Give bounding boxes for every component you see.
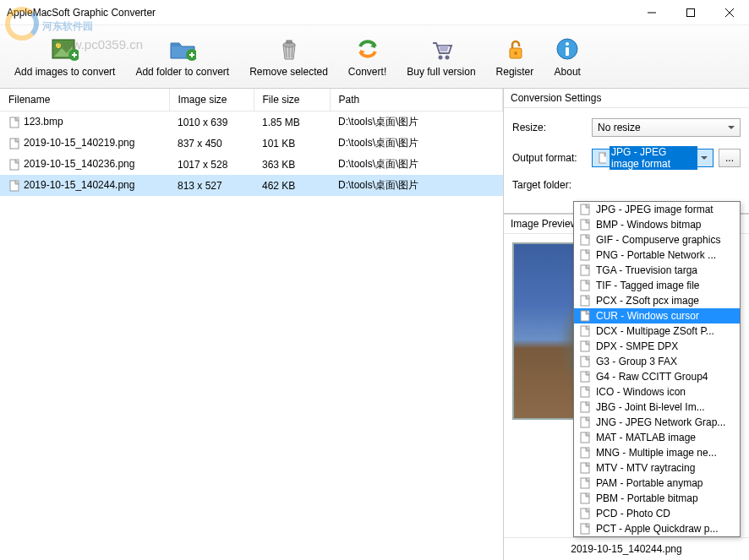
convert-icon <box>354 35 381 63</box>
col-filename[interactable]: Filename <box>0 89 169 111</box>
dropdown-item[interactable]: BMP - Windows bitmap <box>574 217 740 232</box>
convert-label: Convert! <box>348 66 386 78</box>
add-images-label: Add images to convert <box>14 66 115 78</box>
dropdown-item[interactable]: MNG - Multiple image ne... <box>574 445 740 460</box>
col-image-size[interactable]: Image size <box>169 89 254 111</box>
svg-rect-13 <box>287 41 292 43</box>
dropdown-item[interactable]: PAM - Portable anymap <box>574 476 740 491</box>
dropdown-item[interactable]: PNG - Portable Network ... <box>574 247 740 263</box>
remove-selected-label: Remove selected <box>249 66 328 78</box>
svg-point-17 <box>438 56 442 60</box>
col-file-size[interactable]: File size <box>254 89 330 111</box>
dropdown-item[interactable]: CUR - Windows cursor <box>574 308 740 323</box>
add-images-button[interactable]: Add images to convert <box>7 29 123 84</box>
minimize-button[interactable] <box>632 0 671 25</box>
resize-label: Resize: <box>512 122 587 133</box>
conversion-settings-panel: Conversion Settings Resize: No resize Ou… <box>504 89 749 214</box>
buy-button[interactable]: Buy full version <box>399 29 483 84</box>
svg-rect-1 <box>687 8 695 16</box>
buy-label: Buy full version <box>407 66 475 78</box>
dropdown-item[interactable]: GIF - Compuserve graphics <box>574 232 740 247</box>
svg-point-20 <box>514 52 517 55</box>
cart-icon <box>428 35 455 63</box>
svg-point-5 <box>56 43 61 48</box>
table-row[interactable]: 2019-10-15_140219.png837 x 450101 KBD:\t… <box>0 133 503 154</box>
svg-rect-23 <box>566 47 569 56</box>
preview-caption: 2019-10-15_140244.png <box>504 537 749 560</box>
table-row[interactable]: 2019-10-15_140244.png813 x 527462 KBD:\t… <box>0 175 503 196</box>
add-folder-icon <box>169 35 196 63</box>
about-label: About <box>555 66 581 78</box>
dropdown-item[interactable]: DPX - SMPE DPX <box>574 339 740 354</box>
output-format-select[interactable]: JPG - JPEG image format <box>592 149 713 167</box>
svg-rect-11 <box>191 52 193 57</box>
dropdown-item[interactable]: JPG - JPEG image format <box>574 202 740 217</box>
table-row[interactable]: 123.bmp1010 x 6391.85 MBD:\tools\桌面\图片 <box>0 111 503 133</box>
target-folder-label: Target folder: <box>512 179 587 191</box>
dropdown-item[interactable]: JBG - Joint Bi-level Im... <box>574 400 740 415</box>
dropdown-item[interactable]: G4 - Raw CCITT Group4 <box>574 369 740 384</box>
svg-rect-8 <box>74 52 75 57</box>
dropdown-item[interactable]: JNG - JPEG Network Grap... <box>574 415 740 430</box>
add-folder-button[interactable]: Add folder to convert <box>128 29 237 84</box>
about-button[interactable]: About <box>546 29 588 84</box>
register-button[interactable]: Register <box>489 29 542 84</box>
maximize-button[interactable] <box>671 0 710 25</box>
dropdown-item[interactable]: TIF - Tagged image file <box>574 278 740 293</box>
window-titlebar: AppleMacSoft Graphic Converter <box>0 0 749 25</box>
svg-point-18 <box>445 56 449 60</box>
file-table[interactable]: Filename Image size File size Path 123.b… <box>0 89 503 196</box>
col-path[interactable]: Path <box>330 89 503 111</box>
dropdown-item[interactable]: MAT - MATLAB image <box>574 430 740 445</box>
dropdown-item[interactable]: G3 - Group 3 FAX <box>574 354 740 369</box>
dropdown-item[interactable]: PCD - Photo CD <box>574 506 740 521</box>
file-list-panel: Filename Image size File size Path 123.b… <box>0 89 504 560</box>
dropdown-item[interactable]: DCX - Multipage ZSoft P... <box>574 323 740 339</box>
dropdown-item[interactable]: PCX - ZSoft pcx image <box>574 293 740 308</box>
dropdown-item[interactable]: PBM - Portable bitmap <box>574 491 740 506</box>
output-format-dropdown[interactable]: JPG - JPEG image formatBMP - Windows bit… <box>573 201 741 537</box>
resize-select[interactable]: No resize <box>592 118 741 137</box>
convert-button[interactable]: Convert! <box>341 29 394 84</box>
svg-point-22 <box>566 42 569 46</box>
info-icon <box>554 35 581 63</box>
lock-icon <box>501 35 528 63</box>
output-format-label: Output format: <box>512 152 587 164</box>
output-format-options-button[interactable]: ... <box>719 149 741 167</box>
remove-selected-button[interactable]: Remove selected <box>242 29 336 84</box>
register-label: Register <box>496 66 534 78</box>
settings-title: Conversion Settings <box>504 89 749 108</box>
add-folder-label: Add folder to convert <box>135 66 229 78</box>
main-toolbar: Add images to convert Add folder to conv… <box>0 25 749 89</box>
dropdown-item[interactable]: MTV - MTV raytracing <box>574 460 740 476</box>
table-row[interactable]: 2019-10-15_140236.png1017 x 528363 KBD:\… <box>0 154 503 175</box>
add-images-icon <box>52 35 79 63</box>
close-button[interactable] <box>710 0 749 25</box>
dropdown-item[interactable]: ICO - Windows icon <box>574 384 740 400</box>
trash-icon <box>276 35 303 63</box>
dropdown-item[interactable]: PCT - Apple Quickdraw p... <box>574 521 740 536</box>
dropdown-item[interactable]: TGA - Truevision targa <box>574 263 740 278</box>
window-title: AppleMacSoft Graphic Converter <box>7 7 632 19</box>
